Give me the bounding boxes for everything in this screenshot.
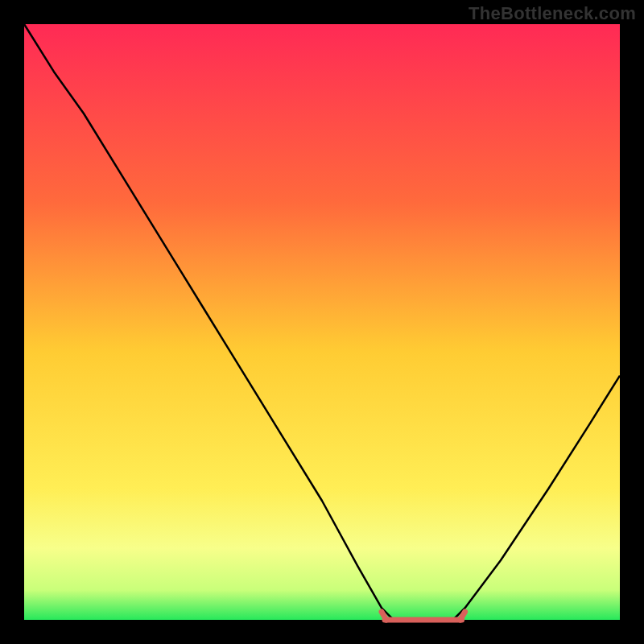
bottleneck-chart bbox=[0, 0, 644, 644]
plot-background bbox=[24, 24, 620, 620]
chart-container: { "watermark": "TheBottleneck.com", "cha… bbox=[0, 0, 644, 644]
watermark-text: TheBottleneck.com bbox=[469, 3, 636, 24]
